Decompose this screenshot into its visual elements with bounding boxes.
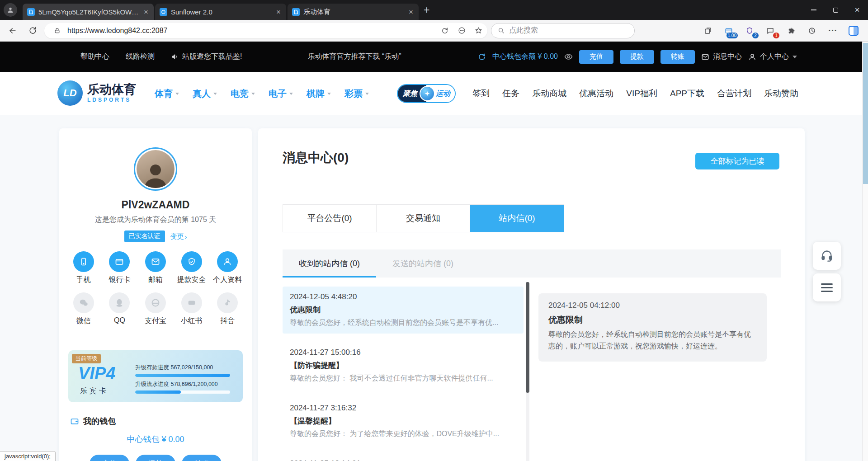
- copilot-sidebar-icon[interactable]: [845, 23, 862, 38]
- focus-sports-badge[interactable]: 聚焦 运动: [397, 84, 456, 103]
- list-item[interactable]: 2024-11-27 15:00:16 【防诈骗提醒】 尊敬的会员您好： 我司不…: [283, 342, 524, 389]
- link-tasks[interactable]: 任务: [502, 88, 519, 99]
- tab-close-icon[interactable]: ×: [275, 8, 282, 16]
- withdraw-button[interactable]: 提款: [136, 455, 175, 461]
- tab-favicon-icon: [292, 8, 300, 16]
- page-scrollbar-thumb[interactable]: [863, 43, 868, 184]
- browser-profile-icon[interactable]: [4, 3, 17, 17]
- link-sponsorship[interactable]: 乐动赞助: [764, 88, 798, 99]
- personal-center-menu[interactable]: 个人中心: [748, 52, 797, 61]
- avatar[interactable]: [134, 147, 177, 191]
- line-check-link[interactable]: 线路检测: [126, 52, 155, 61]
- site-info-lock-icon[interactable]: [51, 24, 63, 37]
- bind-xiaohongshu[interactable]: 小红书: [175, 292, 208, 326]
- link-app-download[interactable]: APP下载: [670, 88, 704, 99]
- menu-esports[interactable]: 电竞: [231, 88, 255, 100]
- bind-email[interactable]: 邮箱: [139, 251, 172, 285]
- current-level-tag: 当前等级: [72, 354, 101, 363]
- list-scrollbar[interactable]: [526, 282, 529, 461]
- tab-close-icon[interactable]: ×: [408, 8, 414, 16]
- menu-live[interactable]: 真人: [193, 88, 217, 100]
- scrollbar-thumb[interactable]: [526, 282, 529, 393]
- vip-level-card: 当前等级 VIP4 乐宾卡 升级存款进度 567,029/150,000 升级流…: [68, 350, 243, 402]
- message-center-link[interactable]: 消息中心: [701, 52, 742, 61]
- refresh-icon[interactable]: [24, 23, 41, 39]
- subtab-sent[interactable]: 发送的站内信 (0): [376, 249, 470, 278]
- history-icon[interactable]: [804, 23, 820, 38]
- tab-site-mail[interactable]: 站内信(0): [470, 205, 564, 232]
- browser-tab-1[interactable]: 5LmQ5Yqo5L2T6IKyfOS5kOWKqO... ×: [23, 4, 154, 20]
- verify-row: 已实名认证 变更›: [59, 230, 252, 242]
- change-link[interactable]: 变更›: [170, 232, 187, 241]
- new-tab-button[interactable]: +: [424, 4, 429, 16]
- browser-tab-3[interactable]: 乐动体育 ×: [288, 4, 419, 20]
- tab-transaction-notices[interactable]: 交易通知: [377, 205, 470, 232]
- browser-tabbar: 5LmQ5Yqo5L2T6IKyfOS5kOWKqO... × Sunflowe…: [0, 0, 868, 20]
- bind-alipay[interactable]: 支付宝: [139, 292, 172, 326]
- bound-icons-row: 手机 银行卡 邮箱 提款安全 个人资料: [59, 251, 252, 285]
- link-checkin[interactable]: 签到: [472, 88, 490, 99]
- bind-phone[interactable]: 手机: [67, 251, 100, 285]
- menu-lottery[interactable]: 彩票: [344, 88, 369, 100]
- link-vip[interactable]: VIP福利: [626, 88, 657, 99]
- wallet-refresh-icon[interactable]: [478, 53, 486, 61]
- customer-service-button[interactable]: [813, 242, 841, 270]
- bind-personal-info[interactable]: 个人资料: [211, 251, 244, 285]
- site-logo[interactable]: LD 乐动体育 LDSPORTS: [57, 80, 136, 106]
- link-promotions[interactable]: 优惠活动: [579, 88, 613, 99]
- search-input[interactable]: 点此搜索: [491, 23, 635, 38]
- browser-tab-2[interactable]: Sunflower 2.0 ×: [155, 4, 286, 20]
- transfer-button[interactable]: 转账: [660, 50, 695, 64]
- page-title: 消息中心(0): [283, 149, 349, 166]
- menu-slots[interactable]: 电子: [269, 88, 293, 100]
- extension-badge: 1: [773, 33, 779, 38]
- help-center-link[interactable]: 帮助中心: [80, 52, 109, 61]
- mark-all-read-button[interactable]: 全部标记为已读: [695, 153, 779, 169]
- wallet-extension-icon[interactable]: 1.00: [721, 23, 737, 38]
- link-affiliate[interactable]: 合营计划: [717, 88, 751, 99]
- deposit-button[interactable]: 充值: [90, 455, 129, 461]
- back-icon[interactable]: [5, 23, 21, 39]
- bind-wechat[interactable]: 微信: [67, 292, 100, 326]
- shield-extension-icon[interactable]: 2: [741, 23, 758, 38]
- favorite-star-icon[interactable]: [472, 24, 485, 37]
- chevron-down-icon: [793, 56, 797, 58]
- transfer-button[interactable]: 转账: [182, 455, 222, 461]
- url-text[interactable]: https://www.ledong842.cc:2087: [67, 27, 434, 35]
- window-controls: ×: [803, 0, 868, 20]
- list-item[interactable]: 2024-11-25 13:14:01: [283, 453, 524, 461]
- chevron-down-icon: [251, 93, 255, 95]
- minimize-button[interactable]: [803, 0, 825, 20]
- quick-menu-button[interactable]: [813, 273, 841, 301]
- window-close-button[interactable]: ×: [846, 0, 868, 20]
- tab-close-icon[interactable]: ×: [143, 8, 149, 16]
- page-refresh-icon[interactable]: [439, 24, 451, 37]
- settings-more-icon[interactable]: ···: [825, 23, 841, 38]
- tab-favicon-icon: [160, 8, 167, 16]
- bind-withdraw-safety[interactable]: 提款安全: [175, 251, 208, 285]
- page-scrollbar[interactable]: [862, 42, 868, 461]
- deposit-button[interactable]: 充值: [579, 50, 613, 64]
- bind-qq[interactable]: QQ: [103, 292, 136, 326]
- menu-sports[interactable]: 体育: [155, 88, 179, 100]
- chat-extension-icon[interactable]: 1: [762, 23, 778, 38]
- bind-bank-card[interactable]: 银行卡: [103, 251, 136, 285]
- list-item[interactable]: 2024-11-27 3:16:32 【温馨提醒】 尊敬的会员您好： 为了给您带…: [283, 398, 524, 445]
- withdraw-button[interactable]: 提款: [620, 50, 654, 64]
- alipay-icon: [145, 292, 166, 313]
- person-icon: [217, 251, 238, 272]
- collections-icon[interactable]: [700, 23, 716, 38]
- maximize-button[interactable]: [825, 0, 846, 20]
- bind-douyin[interactable]: 抖音: [211, 292, 244, 326]
- site-invite-link[interactable]: 站版邀您下载品鉴!: [171, 52, 242, 61]
- tab-platform-announcements[interactable]: 平台公告(0): [283, 205, 377, 232]
- menu-cards[interactable]: 棋牌: [307, 88, 331, 100]
- list-item[interactable]: 2024-12-05 4:48:20 优惠限制 尊敬的会员您好，经系统自动检测目…: [283, 287, 524, 334]
- address-bar[interactable]: https://www.ledong842.cc:2087: [44, 23, 487, 38]
- subtab-received[interactable]: 收到的站内信 (0): [283, 249, 376, 278]
- eye-icon[interactable]: [564, 52, 573, 61]
- status-link-preview: javascript:void(0);: [0, 451, 56, 461]
- omnibox-more-icon[interactable]: [455, 24, 468, 37]
- extensions-puzzle-icon[interactable]: [783, 23, 799, 38]
- link-mall[interactable]: 乐动商城: [532, 88, 566, 99]
